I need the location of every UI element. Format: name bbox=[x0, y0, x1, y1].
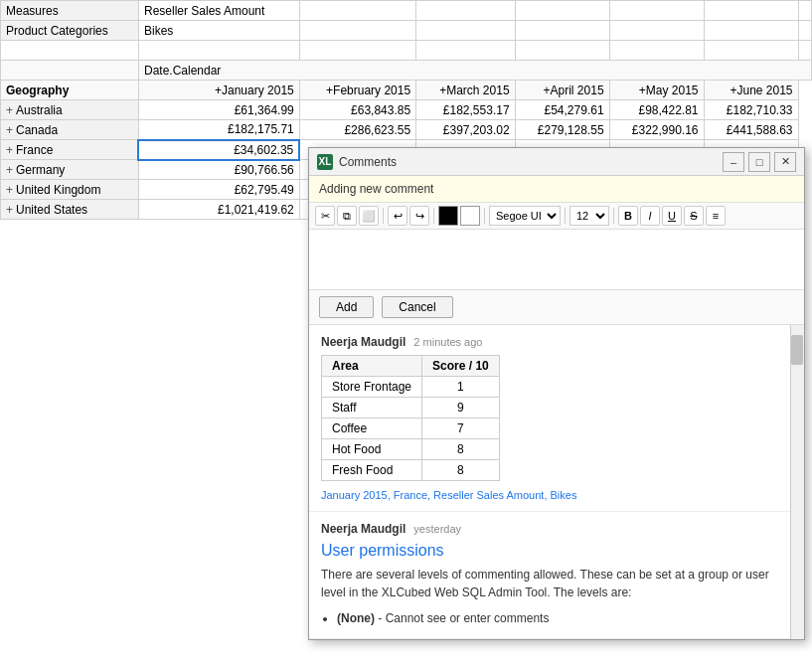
undo-button[interactable]: ↩ bbox=[388, 206, 407, 226]
row-label-uk: +United Kingdom bbox=[1, 180, 139, 200]
comment-heading-2: User permissions bbox=[321, 542, 792, 560]
dialog-titlebar: XL Comments – □ ✕ bbox=[309, 148, 804, 176]
score-row-staff: Staff 9 bbox=[322, 398, 500, 418]
score-val-frontage: 1 bbox=[422, 377, 500, 398]
copy-button[interactable]: ⧉ bbox=[337, 206, 357, 226]
dialog-title: Comments bbox=[339, 155, 723, 169]
italic-button[interactable]: I bbox=[640, 206, 660, 226]
new-comment-input[interactable] bbox=[309, 230, 804, 289]
score-val-coffee: 7 bbox=[422, 418, 500, 439]
score-table: Area Score / 10 Store Frontage 1 Staff 9 bbox=[321, 355, 500, 481]
measures-row: Measures Reseller Sales Amount bbox=[1, 1, 812, 21]
scrollbar-thumb[interactable] bbox=[791, 335, 803, 365]
comment-item-1: Neerja Maudgil 2 minutes ago Area Score … bbox=[309, 325, 804, 512]
product-row: Product Categories Bikes bbox=[1, 21, 812, 41]
adding-comment-label: Adding new comment bbox=[309, 176, 804, 203]
val-us-jan: £1,021,419.62 bbox=[138, 200, 299, 220]
product-value: Bikes bbox=[138, 21, 299, 41]
font-size-select[interactable]: 12 bbox=[569, 206, 609, 226]
comment-item-2: Neerja Maudgil yesterday User permission… bbox=[309, 512, 804, 639]
comment-time-1: 2 minutes ago bbox=[413, 336, 482, 348]
comments-list[interactable]: Neerja Maudgil 2 minutes ago Area Score … bbox=[309, 324, 804, 639]
month-may: +May 2015 bbox=[609, 81, 704, 100]
measures-label: Measures bbox=[1, 1, 139, 21]
val-au-may: £98,422.81 bbox=[609, 100, 704, 120]
comment-author-2: Neerja Maudgil bbox=[321, 522, 406, 536]
row-label-canada: +Canada bbox=[1, 120, 139, 140]
table-row: +Canada £182,175.71 £286,623.55 £397,203… bbox=[1, 120, 812, 140]
dialog-body: Adding new comment ✂ ⧉ ⬜ ↩ ↪ Segoe UI 12… bbox=[309, 176, 804, 639]
row-label-australia: +Australia bbox=[1, 100, 139, 120]
row-label-us: +United States bbox=[1, 200, 139, 220]
val-ca-jun: £441,588.63 bbox=[704, 120, 798, 140]
paste-button[interactable]: ⬜ bbox=[359, 206, 379, 226]
val-de-jan: £90,766.56 bbox=[138, 160, 299, 180]
date-calendar-header: Date.Calendar bbox=[138, 61, 811, 81]
comment-bullets-2: (None) - Cannot see or enter comments bbox=[321, 609, 792, 628]
bold-button[interactable]: B bbox=[618, 206, 638, 226]
val-ca-feb: £286,623.55 bbox=[299, 120, 415, 140]
text-color-picker[interactable] bbox=[438, 206, 458, 226]
score-row-freshfood: Fresh Food 8 bbox=[322, 460, 500, 481]
separator-1 bbox=[383, 208, 384, 224]
row-label-france: +France bbox=[1, 140, 139, 160]
measures-value: Reseller Sales Amount bbox=[138, 1, 299, 21]
separator-4 bbox=[565, 208, 566, 224]
score-row-hotfood: Hot Food 8 bbox=[322, 439, 500, 460]
table-row: +Australia £61,364.99 £63,843.85 £182,55… bbox=[1, 100, 812, 120]
val-au-mar: £182,553.17 bbox=[416, 100, 515, 120]
month-header-row: Geography +January 2015 +February 2015 +… bbox=[1, 81, 812, 100]
comments-dialog: XL Comments – □ ✕ Adding new comment ✂ ⧉… bbox=[308, 147, 805, 640]
month-jan: +January 2015 bbox=[138, 81, 299, 100]
minimize-button[interactable]: – bbox=[723, 152, 744, 172]
month-apr: +April 2015 bbox=[515, 81, 609, 100]
val-au-apr: £54,279.61 bbox=[515, 100, 609, 120]
window-controls: – □ ✕ bbox=[723, 152, 796, 172]
cut-button[interactable]: ✂ bbox=[315, 206, 335, 226]
row-label-germany: +Germany bbox=[1, 160, 139, 180]
val-au-feb: £63,843.85 bbox=[299, 100, 415, 120]
date-header-row: Date.Calendar bbox=[1, 61, 812, 81]
add-comment-button[interactable]: Add bbox=[319, 296, 374, 318]
val-ca-apr: £279,128.55 bbox=[515, 120, 609, 140]
score-label-freshfood: Fresh Food bbox=[322, 460, 422, 481]
month-jun: +June 2015 bbox=[704, 81, 798, 100]
cancel-comment-button[interactable]: Cancel bbox=[382, 296, 452, 318]
val-ca-jan: £182,175.71 bbox=[138, 120, 299, 140]
close-button[interactable]: ✕ bbox=[774, 152, 796, 172]
score-label-hotfood: Hot Food bbox=[322, 439, 422, 460]
product-label: Product Categories bbox=[1, 21, 139, 41]
underline-button[interactable]: U bbox=[662, 206, 682, 226]
separator-2 bbox=[433, 208, 434, 224]
comment-bullet-item-1: (None) - Cannot see or enter comments bbox=[337, 609, 792, 628]
comment-tag-1: January 2015, France, Reseller Sales Amo… bbox=[321, 489, 792, 501]
val-uk-jan: £62,795.49 bbox=[138, 180, 299, 200]
month-mar: +March 2015 bbox=[416, 81, 515, 100]
score-val-freshfood: 8 bbox=[422, 460, 500, 481]
val-ca-may: £322,990.16 bbox=[609, 120, 704, 140]
comment-author-row-1: Neerja Maudgil 2 minutes ago bbox=[321, 335, 792, 349]
score-label-staff: Staff bbox=[322, 398, 422, 418]
month-feb: +February 2015 bbox=[299, 81, 415, 100]
bg-color-picker[interactable] bbox=[460, 206, 480, 226]
val-fr-jan: £34,602.35 bbox=[138, 140, 299, 160]
score-label-frontage: Store Frontage bbox=[322, 377, 422, 398]
geography-label: Geography bbox=[1, 81, 139, 100]
score-row-frontage: Store Frontage 1 bbox=[322, 377, 500, 398]
align-button[interactable]: ≡ bbox=[706, 206, 726, 226]
score-col-area: Area bbox=[322, 356, 422, 377]
separator-3 bbox=[484, 208, 485, 224]
strikethrough-button[interactable]: S bbox=[684, 206, 704, 226]
score-label-coffee: Coffee bbox=[322, 418, 422, 439]
comment-time-2: yesterday bbox=[413, 523, 461, 535]
scrollbar-track[interactable] bbox=[790, 325, 804, 639]
maximize-button[interactable]: □ bbox=[748, 152, 770, 172]
separator-5 bbox=[613, 208, 614, 224]
comment-author-row-2: Neerja Maudgil yesterday bbox=[321, 522, 792, 536]
comment-author-1: Neerja Maudgil bbox=[321, 335, 406, 349]
redo-button[interactable]: ↪ bbox=[409, 206, 429, 226]
xl-icon: XL bbox=[317, 154, 333, 170]
font-family-select[interactable]: Segoe UI bbox=[489, 206, 561, 226]
val-au-jun: £182,710.33 bbox=[704, 100, 798, 120]
score-val-hotfood: 8 bbox=[422, 439, 500, 460]
